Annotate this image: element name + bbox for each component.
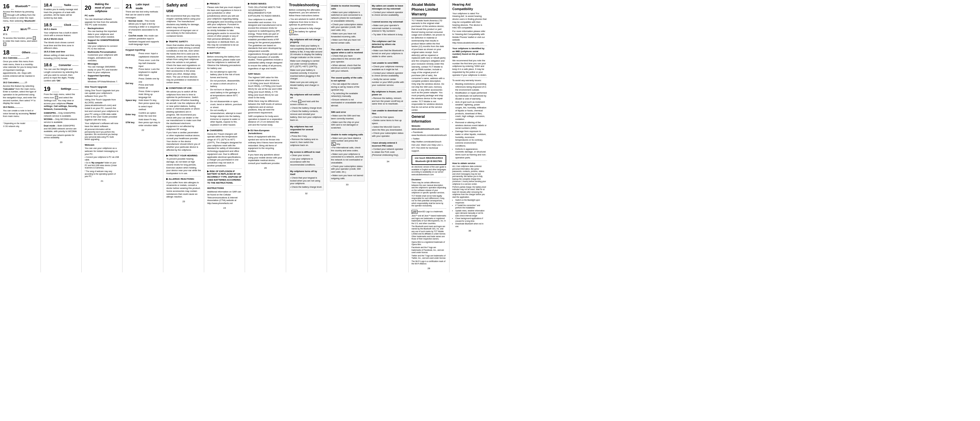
page-number-11: 28 (412, 267, 446, 270)
bluetooth-note: The Bluetooth word mark and logos are ow… (412, 225, 446, 241)
safety-intro: We recommend that you read this chapter … (166, 14, 201, 38)
page-number-1: 19 (3, 130, 38, 133)
wifi-note: The Wi-Fi Logo is a certification mark o… (412, 260, 446, 265)
warranty-title: Alcatel Mobile Phones Limited Warranty (412, 2, 446, 17)
warranty-section: Alcatel Mobile Phones Limited Warranty T… (412, 2, 446, 113)
electronic-version-note: An electronic version of the user guide … (412, 166, 446, 176)
column-11: Alcatel Mobile Phones Limited Warranty T… (409, 0, 449, 273)
trouble-wont-switch-on: My cellphone will not switch on • Press … (289, 92, 324, 123)
shift-key-label: Shift key (126, 54, 137, 57)
section-18-6-number: 18.6 (44, 62, 52, 68)
section-20-number: 20 (84, 4, 91, 12)
page-number-7: 26 (248, 167, 283, 170)
section-21-title: Latin input mode (135, 3, 154, 10)
section-18-6: 18.6 Converter ........... You can use t… (44, 62, 78, 82)
section-18-5: 18.5 Clock ........... 18.5.1 Alarm Your… (44, 22, 78, 59)
space-key-row: Space key Press: Enter a spaceHold: Brin… (126, 90, 160, 111)
traffic-safety-content: Given that studies show that using a cel… (166, 44, 201, 85)
del-key-row: Del key Press: Delete one by onePress an… (126, 77, 160, 89)
column-1: 16 Bluetooth™ ........... Access this fe… (0, 0, 41, 273)
sar-content-3: SAR compliance for body-worn operation i… (248, 115, 283, 126)
hearing-aid-content-2: For more information please refer to 'He… (452, 30, 487, 45)
trouble-bluetooth-detection: The cellphone can't be detected by other… (371, 39, 406, 60)
trouble-screen-difficult: My screen is difficult to read • Clean y… (289, 150, 324, 168)
trouble-mms: I am unable to send MMS • Check your cel… (371, 61, 406, 88)
page-number-9: 33 (330, 183, 364, 187)
service-tips-list: Switch on the Backlight upon responses I… (452, 199, 487, 228)
section-19-number: 19 (44, 85, 50, 93)
column-3: 20 Making the most of your cellphone ...… (82, 0, 123, 273)
section-17-content: To access this function, press □ to ente… (3, 37, 38, 46)
page-number-10: 34 (371, 160, 406, 163)
trouble-not-responding: My cellphone has not responded for sever… (289, 124, 324, 148)
trouble-wont-charge: My cellphone will not charge properly Ma… (289, 37, 324, 91)
battery-heading: ▶ BATTERY: (207, 52, 242, 55)
enter-key-label: Enter key (126, 113, 137, 116)
trouble-turns-off: My cellphone turns off by itself • Check… (289, 169, 324, 190)
obtain-service-content-2: Perform partial charge; the battery leve… (452, 186, 487, 198)
section-18-1-content: Once you enter this menu from main menu,… (3, 60, 38, 80)
section-16-content: Access this feature by pressing □ throug… (3, 10, 38, 22)
page-number-8: 32 (289, 192, 324, 195)
troubleshoot-continued: Unable to receive incoming calls • Make … (330, 3, 364, 182)
one-touch-note: All personal information will be permane… (84, 128, 119, 140)
conditions-heading: ▶ CONDITIONS OF USE: (166, 87, 201, 90)
twitter-note: Twitter and the T logo are trademarks of… (412, 255, 446, 260)
java-note: Java™ and all Java™ based trademarks and… (412, 215, 446, 225)
warranty-content: TCT Mobile North America LTD warrants to… (412, 19, 446, 112)
space-key-desc: Press: Enter a spaceHold: Bring up langu… (138, 90, 160, 111)
footnote-2: * Connect your network operator for serv… (44, 134, 78, 139)
section-21: 21 Latin input mode ......... There are … (126, 2, 160, 127)
page-number-12: 36 (452, 230, 487, 233)
column-4: 21 Latin input mode ......... There are … (123, 0, 163, 273)
enter-key-desc: Confirm an optionEnter the next line (138, 112, 156, 118)
trouble-download: I am unable to download new files • Chec… (371, 108, 406, 139)
instructions-heading: INSTRUCTIONS (207, 187, 242, 190)
shift-key-row: Shift key Press once: Input a capitalize… (126, 52, 160, 58)
fb-note: Facebook and the F logo are trademarks o… (412, 246, 446, 254)
sar-heading: SAR Values (248, 73, 283, 75)
eu-content: Items of equipment with this symbol are … (248, 135, 283, 153)
cellphone-id-content: We recommend that you note the number th… (452, 59, 487, 77)
trouble-frozen: My cellphone is frozen, can't power on •… (371, 89, 406, 107)
troubleshoot-title: Troubleshooting (289, 2, 319, 8)
pc-suite-heading: PC suite (84, 14, 119, 17)
section-16: 16 Bluetooth™ ........... Access this fe… (3, 2, 38, 22)
hotline-label: Hot Line: Meet Line Help Line 1-877-702-… (412, 144, 446, 152)
cellphone-id-heading: Your cellphone is identified by an IMEI … (452, 47, 487, 59)
page-container: 16 Bluetooth™ ........... Access this fe… (0, 0, 490, 273)
troubleshoot-note-2: • You are advised to fully charge ⚡ the … (289, 27, 324, 36)
page-number-3: 21 (84, 180, 119, 183)
section-18-4-content: Enables you to easily manage and track t… (44, 8, 78, 19)
enter-key-row: Enter key Confirm an optionEnter the nex… (126, 112, 160, 118)
trouble-cannot-dial: Unable to make outgoing calls • Make sur… (330, 132, 364, 182)
allergic-heading: ▶ ALLERGIC REACTIONS: (166, 178, 201, 180)
network-modes: GSM/GPRS – Only GSM/GPRS network service… (44, 112, 78, 133)
website-label: Website: www.alcatelonetouch.com (412, 124, 446, 131)
section-18-5-title: Clock (64, 23, 71, 27)
input-modes-list: Normal mode - This mode allows you to ty… (126, 19, 160, 46)
logos-area: μSD microSD Logo is a trademark. (412, 210, 446, 214)
fn-key-desc: Press once: Lock the top-half character … (138, 59, 160, 77)
stm-key-label: STM key (126, 121, 137, 124)
section-18: 18 Others ........... 18.1 Calendar15 On… (3, 49, 38, 118)
logo-microsd: μSD microSD Logo is a trademark. (412, 210, 443, 214)
obtain-service-content: ALL User cellphone data contents/ person… (452, 165, 487, 185)
column-12: Hearing Aid Compatibility Your cellphone… (449, 0, 490, 273)
sar-content: The highest SAR value for this model cel… (248, 76, 283, 99)
section-18-5-number: 18.5 (44, 22, 52, 28)
trouble-voicemail-callers: My callers are unable to leave messages … (371, 3, 406, 18)
bluetooth-qd: Bluetooth QD ID B017901 (413, 160, 445, 163)
disclaimer-heading: Disclaimer (412, 179, 446, 181)
troubleshoot-continued-2: My callers are unable to leave messages … (371, 3, 406, 158)
conditions-content-2: If you have a cardiac pacemaker or other… (166, 131, 201, 151)
trouble-incoming-calls: Unable to receive incoming calls • Make … (330, 3, 364, 46)
section-18-title: Others (22, 51, 30, 54)
stm-key-desc: Hold down Fn key, then press sym key to … (138, 118, 160, 127)
footnote-3: * The song of webcam may vary according … (84, 170, 119, 178)
troubleshoot-intro: Before contacting the aftersales departm… (289, 9, 324, 17)
one-touch-steps: Using One Touch Upgrade from ALCATEL web… (84, 98, 119, 121)
protect-hearing-content: To prevent possible hearing damage, do n… (166, 158, 201, 175)
section-18-4-number: 18.4 (44, 2, 52, 8)
section-19: 19 Settings ........... From the main me… (44, 85, 78, 133)
